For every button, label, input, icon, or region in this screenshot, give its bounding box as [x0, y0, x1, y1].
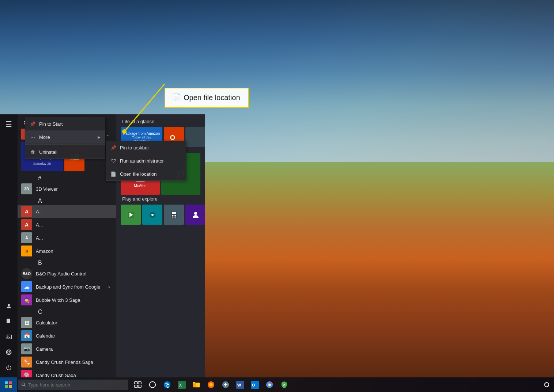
svg-rect-33: [196, 383, 200, 388]
svg-rect-26: [135, 385, 137, 387]
app-icon-calendar: 📅: [21, 330, 32, 341]
app-item-candy-crush-friends[interactable]: 🍬 Candy Crush Friends Saga: [18, 355, 116, 369]
search-input[interactable]: [28, 382, 125, 388]
app-name-candy-crush: Candy Crush Saga: [36, 373, 110, 378]
ctx-more-label: More: [39, 134, 50, 140]
taskbar-outlook[interactable]: O: [248, 378, 262, 392]
ctx-pin-to-taskbar[interactable]: 📌 Pin to taskbar: [106, 141, 186, 154]
taskbar-cortana[interactable]: [146, 378, 159, 392]
taskbar-task-view[interactable]: [131, 378, 145, 392]
sidebar-documents[interactable]: [2, 315, 16, 328]
start-button[interactable]: [0, 377, 17, 392]
app-icon-candy-crush: 🍭: [21, 370, 32, 377]
tiles-section-play: Play and explore: [121, 196, 200, 202]
app-icon-amazon: a: [21, 246, 32, 256]
app-item-backup-sync[interactable]: ☁ Backup and Sync from Google ∨: [18, 280, 116, 293]
tile-play-video[interactable]: [121, 205, 141, 225]
ctx-pin-taskbar-label: Pin to taskbar: [120, 145, 149, 151]
app-name-candy-crush-friends: Candy Crush Friends Saga: [36, 359, 110, 365]
tile-play-person[interactable]: [185, 205, 205, 225]
app-item-acrobat-1[interactable]: A A...: [18, 205, 116, 218]
svg-point-3: [7, 336, 8, 337]
taskbar-edge[interactable]: [160, 378, 174, 392]
ctx-pin-to-start-label: Pin to Start: [39, 121, 63, 127]
ctx-open-file-location[interactable]: 📄 Open file location: [106, 167, 186, 180]
taskbar-word[interactable]: W: [233, 378, 247, 392]
section-c: C: [18, 307, 116, 316]
tiles-play-grid: [121, 205, 200, 225]
svg-rect-27: [138, 385, 141, 387]
app-icon-bo-play: B&O: [21, 268, 32, 279]
svg-point-35: [209, 383, 212, 386]
app-icon-acrobat-1: A: [21, 206, 32, 217]
svg-text:W: W: [237, 383, 241, 387]
sidebar-power[interactable]: [2, 361, 16, 374]
app-item-camera[interactable]: 📷 Camera: [18, 342, 116, 355]
callout-box: 📄 Open file location: [165, 88, 249, 108]
taskbar-excel[interactable]: X: [175, 378, 189, 392]
sidebar-hamburger[interactable]: ☰: [2, 117, 16, 131]
section-b: B: [18, 258, 116, 267]
app-item-acrobat-2[interactable]: A A...: [18, 218, 116, 231]
context-menu: 📌 Pin to Start ⋯ More ▶ 📌 Pin to taskbar…: [25, 117, 105, 159]
sidebar-user[interactable]: [2, 299, 16, 313]
taskbar-search-box[interactable]: [18, 380, 128, 390]
pin-to-start-icon: 📌: [30, 121, 35, 127]
tile-empty-1[interactable]: [185, 127, 205, 147]
app-name-bo-play: B&O Play Audio Control: [36, 271, 110, 277]
start-sidebar: ☰: [0, 114, 18, 377]
ctx-pin-to-start[interactable]: 📌 Pin to Start: [25, 117, 105, 130]
sidebar-settings[interactable]: [2, 345, 16, 359]
context-submenu: 📌 Pin to taskbar 🛡 Run as administrator …: [106, 141, 186, 181]
svg-point-19: [194, 212, 197, 215]
tile-play-calc[interactable]: [164, 205, 184, 225]
ctx-run-as-admin[interactable]: 🛡 Run as administrator: [106, 154, 186, 167]
app-arrow-backup-sync: ∨: [108, 285, 110, 289]
tile-play-music[interactable]: [142, 205, 162, 225]
taskbar-chrome[interactable]: [263, 378, 276, 392]
svg-point-18: [175, 216, 176, 217]
app-icon-3d-viewer: 3D: [21, 183, 32, 194]
app-name-backup-sync: Backup and Sync from Google: [36, 284, 106, 290]
app-icon-backup-sync: ☁: [21, 281, 32, 292]
taskbar-app-icons: X W O: [131, 378, 291, 392]
taskbar-file-explorer[interactable]: [189, 378, 203, 392]
svg-point-13: [172, 215, 173, 216]
ctx-uninstall[interactable]: 🗑 Uninstall: [25, 145, 105, 159]
ctx-more[interactable]: ⋯ More ▶ 📌 Pin to taskbar 🛡 Run as admin…: [25, 130, 105, 144]
app-icon-camera: 📷: [21, 343, 32, 354]
app-icon-candy-crush-friends: 🍬: [21, 357, 32, 368]
svg-text:O: O: [170, 134, 175, 141]
uninstall-icon: 🗑: [30, 149, 35, 155]
app-item-calendar[interactable]: 📅 Calendar: [18, 329, 116, 342]
svg-text:X: X: [179, 383, 182, 387]
ctx-open-file-location-label: Open file location: [120, 171, 157, 177]
taskbar-firefox[interactable]: [204, 378, 218, 392]
app-item-acrobat-3[interactable]: A A...: [18, 231, 116, 244]
app-item-bo-play[interactable]: B&O B&O Play Audio Control: [18, 267, 116, 280]
app-name-calendar: Calendar: [36, 333, 110, 339]
svg-rect-12: [172, 212, 176, 214]
settings-tray-icon[interactable]: [544, 382, 550, 388]
svg-point-0: [8, 304, 10, 306]
callout-icon: 📄: [173, 95, 179, 101]
svg-point-22: [22, 383, 25, 386]
app-item-amazon[interactable]: a Amazon: [18, 244, 116, 258]
app-item-candy-crush[interactable]: 🍭 Candy Crush Saga: [18, 369, 116, 377]
sidebar-photos[interactable]: [2, 330, 16, 344]
svg-point-10: [151, 214, 154, 216]
app-name-acrobat-1: A...: [36, 209, 110, 214]
app-item-calculator[interactable]: ⊞ Calculator: [18, 316, 116, 329]
svg-point-14: [173, 215, 174, 216]
ctx-divider: [25, 144, 105, 145]
taskbar-security[interactable]: [277, 378, 291, 392]
taskbar-app-7[interactable]: [219, 378, 233, 392]
app-item-3d-viewer[interactable]: 3D 3D Viewer: [18, 182, 116, 195]
app-item-bubble-witch[interactable]: 🧙 Bubble Witch 3 Saga: [18, 293, 116, 307]
svg-point-28: [150, 382, 156, 388]
section-a: A: [18, 195, 116, 205]
pin-taskbar-icon: 📌: [110, 145, 116, 151]
svg-rect-1: [7, 319, 10, 323]
svg-rect-24: [135, 382, 137, 384]
svg-rect-25: [138, 382, 141, 384]
